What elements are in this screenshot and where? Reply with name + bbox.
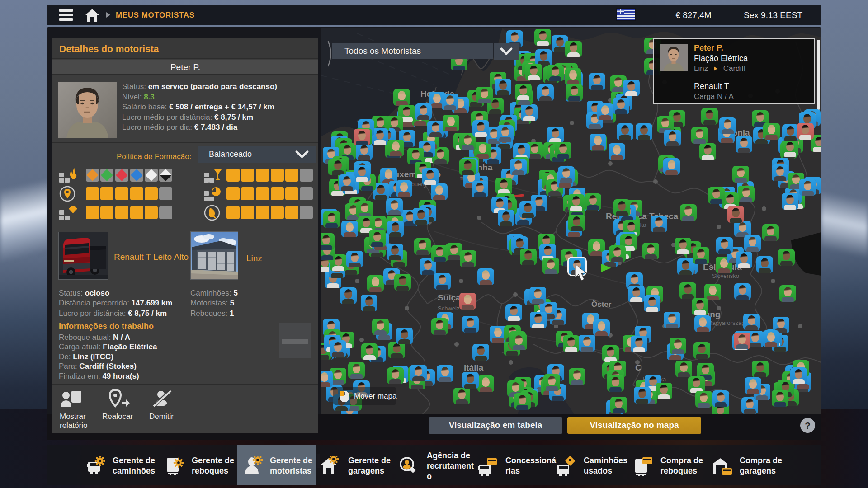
svg-text:Magyarország: Magyarország [708, 319, 745, 326]
svg-text:Schweiz: Schweiz [438, 305, 459, 312]
svg-text:Öster: Öster [591, 300, 612, 309]
svg-text:Slovensko: Slovensko [712, 272, 739, 279]
svg-text:Itália: Itália [464, 363, 484, 372]
svg-text:Suíça: Suíça [438, 293, 461, 302]
svg-text:C: C [635, 363, 642, 372]
